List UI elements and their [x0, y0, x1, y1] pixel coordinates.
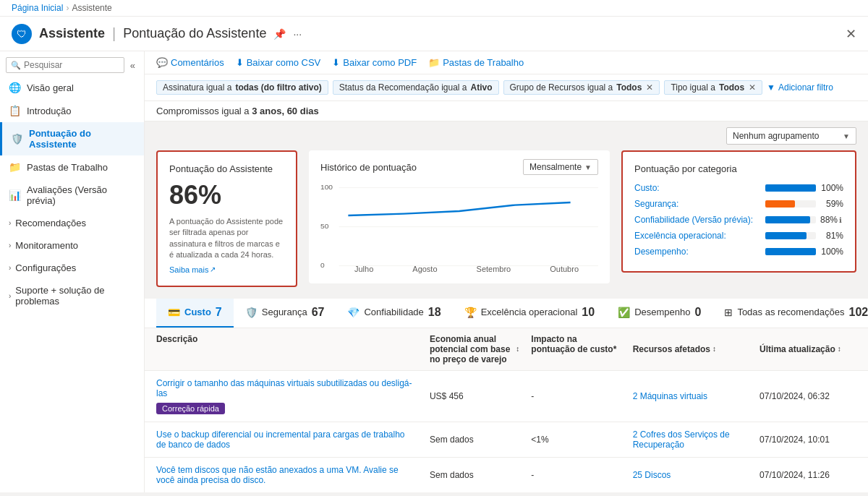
globe-icon: 🌐 — [9, 82, 21, 93]
th-recursos: Recursos afetados ↕ — [627, 334, 754, 364]
sidebar-label: Avaliações (Versão prévia) — [27, 184, 135, 206]
sidebar-label: Introdução — [27, 106, 71, 116]
sidebar-label: Visão geral — [27, 82, 74, 93]
filter-tag-subscription: Assinatura igual a todas (do filtro ativ… — [156, 80, 328, 95]
sidebar-collapse-btn[interactable]: « — [127, 59, 138, 72]
sidebar-label: Configurações — [15, 262, 76, 273]
shield-sidebar-icon: 🛡️ — [11, 133, 23, 145]
cost-tab-icon: 💳 — [168, 307, 180, 318]
resource-link[interactable]: 25 Discos — [633, 470, 671, 480]
chevron-right-icon: › — [9, 241, 11, 249]
category-label[interactable]: Confiabilidade (Versão prévia): — [634, 215, 761, 225]
rec-link[interactable]: Use o backup diferencial ou incremental … — [156, 429, 412, 450]
filter-remove-type[interactable]: ✕ — [749, 82, 756, 93]
sidebar-label: Recomendações — [15, 218, 86, 228]
tab-seguranca-count: 67 — [312, 306, 325, 319]
breadcrumb-separator: › — [66, 3, 69, 13]
filter-tag-resource-group: Grupo de Recursos igual a Todos ✕ — [503, 80, 660, 95]
download-csv-button[interactable]: ⬇ Baixar como CSV — [236, 57, 321, 68]
score-card: Pontuação do Assistente 86% A pontuação … — [156, 150, 297, 287]
more-icon[interactable]: ··· — [293, 28, 302, 40]
close-icon[interactable]: ✕ — [846, 26, 856, 42]
category-row-confiabilidade: Confiabilidade (Versão prévia): 88%ℹ — [634, 215, 843, 225]
sidebar-group-recomendacoes[interactable]: › Recomendações — [0, 212, 144, 234]
category-label[interactable]: Segurança: — [634, 199, 761, 209]
category-row-desempenho: Desempenho: 100% — [634, 247, 843, 257]
category-row-excelencia: Excelência operacional: 81% — [634, 231, 843, 241]
table-row: Corrigir o tamanho das máquinas virtuais… — [145, 371, 868, 422]
filter-icon: ▼ — [767, 82, 775, 93]
sidebar-item-pastas[interactable]: 📁 Pastas de Trabalho — [0, 155, 144, 179]
resource-link[interactable]: 2 Máquinas virtuais — [633, 391, 707, 401]
td-descricao: Você tem discos que não estão anexados a… — [145, 465, 424, 485]
td-impacto: - — [525, 465, 626, 485]
sort-recursos-icon[interactable]: ↕ — [712, 345, 716, 353]
td-atualizacao: 07/10/2024, 10:01 — [754, 429, 868, 450]
category-pct-desempenho: 100% — [820, 247, 843, 257]
pin-icon[interactable]: 📌 — [273, 28, 286, 40]
td-impacto: - — [525, 378, 626, 414]
sidebar-group-configuracoes[interactable]: › Configurações — [0, 257, 144, 279]
td-recursos: 25 Discos — [627, 465, 754, 485]
sort-economia-icon[interactable]: ↕ — [516, 345, 519, 353]
download-pdf-button[interactable]: ⬇ Baixar como PDF — [332, 57, 417, 68]
category-tabs: 💳 Custo 7 🛡️ Segurança 67 💎 Confiabilida… — [145, 299, 868, 328]
comments-button[interactable]: 💬 Comentários — [156, 57, 224, 68]
tab-excelencia-count: 10 — [582, 306, 595, 319]
category-bar-excelencia — [765, 232, 807, 239]
category-label[interactable]: Excelência operacional: — [634, 231, 761, 241]
download-pdf-icon: ⬇ — [332, 57, 340, 68]
tab-todas[interactable]: ⊞ Todas as recomendações 102 — [712, 299, 868, 328]
tab-custo[interactable]: 💳 Custo 7 — [156, 299, 234, 328]
tab-excelencia[interactable]: 🏆 Excelência operacional 10 — [453, 299, 607, 328]
sidebar-item-visao-geral[interactable]: 🌐 Visão geral — [0, 76, 144, 99]
sidebar-item-avaliacoes[interactable]: 📊 Avaliações (Versão prévia) — [0, 179, 144, 212]
grouping-select[interactable]: Nenhum agrupamento ▼ — [726, 127, 856, 145]
filter-remove-group[interactable]: ✕ — [646, 82, 653, 93]
grid-tab-icon: ⊞ — [724, 307, 733, 318]
rec-link[interactable]: Você tem discos que não estão anexados a… — [156, 465, 412, 485]
category-card-title: Pontuação por categoria — [634, 163, 843, 174]
chart-label-julho: Julho — [354, 265, 373, 273]
sort-atualizacao-icon[interactable]: ↕ — [838, 345, 841, 353]
svg-text:50: 50 — [320, 222, 329, 230]
chart-icon: 📊 — [9, 189, 21, 201]
comment-icon: 💬 — [156, 57, 168, 68]
sidebar-item-pontuacao[interactable]: 🛡️ Pontuação do Assistente — [0, 122, 144, 155]
chevron-right-icon: › — [9, 219, 11, 227]
category-label[interactable]: Custo: — [634, 183, 761, 193]
th-impacto: Impacto na pontuação de custo* — [525, 334, 626, 364]
tab-seguranca[interactable]: 🛡️ Segurança 67 — [234, 299, 336, 328]
score-learn-more[interactable]: Saiba mais ↗ — [169, 265, 284, 274]
breadcrumb-current: Assistente — [72, 3, 111, 13]
category-label[interactable]: Desempenho: — [634, 247, 761, 257]
chart-title: Histórico de pontuação — [320, 162, 417, 173]
sidebar-item-introducao[interactable]: 📋 Introdução — [0, 99, 144, 122]
td-economia: Sem dados — [424, 429, 525, 450]
category-card: Pontuação por categoria Custo: 100% Segu… — [621, 150, 856, 273]
sidebar-label: Monitoramento — [15, 240, 78, 251]
resource-link[interactable]: 2 Cofres dos Serviços de Recuperação — [633, 429, 748, 450]
sidebar-search-input[interactable] — [24, 60, 119, 70]
work-folders-button[interactable]: 📁 Pastas de Trabalho — [428, 57, 524, 68]
add-filter-button[interactable]: ▼ Adicionar filtro — [767, 82, 833, 93]
sidebar-group-monitoramento[interactable]: › Monitoramento — [0, 234, 144, 257]
chevron-right-icon: › — [9, 264, 11, 272]
table-section: Descrição Economia anual potencial com b… — [145, 328, 868, 492]
external-link-icon: ↗ — [210, 265, 216, 273]
category-pct-excelencia: 81% — [820, 231, 843, 241]
sidebar-group-suporte[interactable]: › Suporte + solução de problemas — [0, 279, 144, 312]
download-csv-icon: ⬇ — [236, 57, 244, 68]
category-pct-seguranca: 59% — [820, 199, 843, 209]
rec-link[interactable]: Corrigir o tamanho das máquinas virtuais… — [156, 378, 412, 398]
svg-text:0: 0 — [320, 261, 325, 268]
td-atualizacao: 07/10/2024, 11:26 — [754, 465, 868, 485]
tab-confiabilidade[interactable]: 💎 Confiabilidade 18 — [336, 299, 452, 328]
chart-card: Histórico de pontuação Mensalmente ▼ 100… — [309, 150, 610, 283]
top-bar: 🛡 Assistente | Pontuação do Assistente 📌… — [0, 17, 868, 51]
tab-desempenho[interactable]: ✅ Desempenho 0 — [606, 299, 712, 328]
info-icon[interactable]: ℹ — [839, 216, 842, 224]
breadcrumb-home[interactable]: Página Inicial — [12, 3, 63, 13]
td-economia: Sem dados — [424, 465, 525, 485]
chart-period-select[interactable]: Mensalmente ▼ — [523, 159, 598, 175]
